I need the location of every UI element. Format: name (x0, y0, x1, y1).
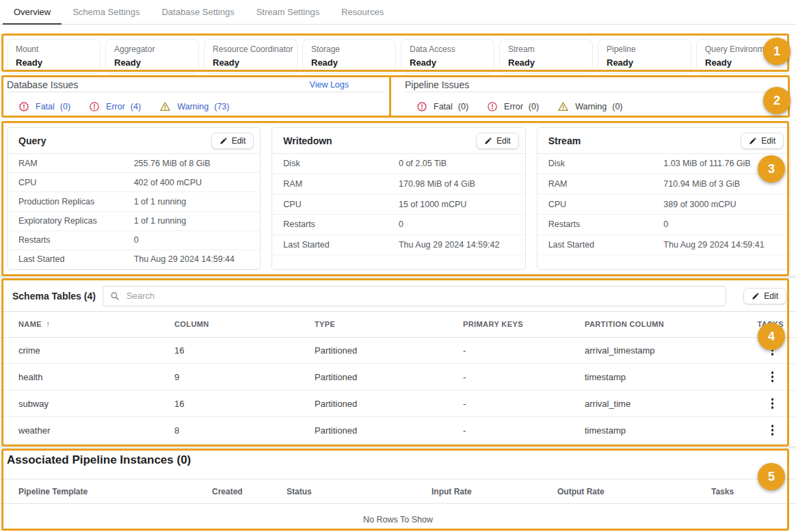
writedown-card: Writedown Edit Disk 0 of 2.05 TiB RAM 17… (271, 127, 525, 270)
cell-column: 16 (174, 345, 315, 356)
section-divider (0, 446, 796, 449)
column-header-tasks: TASKS (753, 320, 796, 328)
fatal-icon (416, 101, 427, 112)
column-header-pipeline-template[interactable]: Pipeline Template (0, 487, 212, 496)
metric-row: Disk 1.03 MiB of 111.76 GiB (538, 154, 790, 174)
status-value: Ready (410, 57, 494, 68)
section-divider (0, 276, 796, 278)
column-header-input-rate[interactable]: Input Rate (432, 487, 557, 496)
tab-resources[interactable]: Resources (330, 0, 395, 24)
status-chip-stream: Stream Ready (499, 39, 593, 74)
warning-icon (159, 101, 171, 112)
database-warning-issues[interactable]: Warning (73) (159, 101, 229, 112)
column-header-status[interactable]: Status (287, 487, 432, 496)
tab-schema-settings[interactable]: Schema Settings (62, 0, 150, 24)
status-chip-storage: Storage Ready (302, 39, 396, 74)
schema-search-input[interactable] (125, 290, 719, 302)
cell-primary-keys: - (463, 399, 585, 409)
status-chip-data-access: Data Access Ready (401, 39, 494, 74)
metric-row: CPU 389 of 3000 mCPU (538, 194, 790, 215)
writedown-card-title: Writedown (283, 135, 332, 146)
cell-name: crime (0, 345, 174, 356)
metric-row: Last Started Thu Aug 29 2024 14:59:42 (272, 235, 525, 256)
error-icon (487, 101, 498, 112)
database-error-issues[interactable]: Error (4) (89, 101, 141, 112)
status-value: Ready (607, 57, 691, 68)
column-header-column[interactable]: COLUMN (174, 320, 315, 328)
metric-row: Restarts 0 (8, 231, 260, 250)
cell-primary-keys: - (463, 372, 585, 382)
pencil-icon (484, 137, 492, 145)
metric-row: CPU 402 of 400 mCPU (8, 173, 260, 192)
column-header-primary-keys[interactable]: PRIMARY KEYS (463, 320, 585, 328)
schema-search-box (103, 286, 726, 306)
row-tasks-kebab-icon[interactable] (768, 343, 778, 358)
error-count: (4) (131, 102, 141, 111)
column-header-type[interactable]: TYPE (315, 320, 463, 328)
status-chip-mount: Mount Ready (7, 39, 101, 74)
metric-row: Restarts 0 (272, 215, 525, 235)
database-issues-title: Database Issues (7, 79, 78, 90)
pipeline-fatal-issues: Fatal (0) (416, 101, 468, 112)
metric-row: Production Replicas 1 of 1 running (8, 192, 260, 211)
metric-row: Last Started Thu Aug 29 2024 14:59:44 (8, 250, 260, 269)
column-header-partition-column[interactable]: PARTITION COLUMN (585, 320, 753, 328)
cell-type: Partitioned (315, 399, 463, 409)
cell-partition-column: timestamp (585, 372, 753, 382)
database-issues-panel: Database Issues View Logs Fatal (0) E (7, 77, 384, 112)
writedown-edit-button[interactable]: Edit (476, 133, 519, 149)
fatal-count: (0) (60, 102, 70, 111)
pipeline-instances-section: Associated Pipeline Instances (0) Pipeli… (0, 449, 796, 531)
status-value: Ready (311, 57, 395, 68)
stream-edit-button[interactable]: Edit (741, 133, 784, 149)
database-fatal-issues[interactable]: Fatal (0) (18, 101, 70, 112)
status-chip-pipeline: Pipeline Ready (598, 39, 691, 74)
row-tasks-kebab-icon[interactable] (768, 396, 778, 411)
table-row-crime: crime 16 Partitioned - arrival_timestamp (0, 337, 796, 364)
column-header-output-rate[interactable]: Output Rate (557, 487, 711, 496)
overview-page: Overview Schema Settings Database Settin… (0, 0, 796, 532)
tab-stream-settings[interactable]: Stream Settings (246, 0, 331, 24)
status-chip-aggregator: Aggregator Ready (105, 39, 199, 74)
pipeline-instances-header: Pipeline Template Created Status Input R… (0, 479, 796, 504)
view-logs-link[interactable]: View Logs (310, 80, 349, 90)
cell-partition-column: arrival_timestamp (585, 345, 753, 356)
warning-count: (0) (612, 102, 622, 111)
schema-tables-section: Schema Tables (4) Edit NAME ↑ COLUMN TYP… (0, 279, 796, 446)
cell-type: Partitioned (315, 372, 463, 382)
sort-ascending-icon: ↑ (46, 319, 50, 329)
cell-column: 16 (174, 399, 315, 409)
status-value: Ready (213, 57, 297, 68)
warning-icon (557, 101, 569, 112)
row-tasks-kebab-icon[interactable] (768, 423, 778, 438)
pipeline-warning-issues: Warning (0) (557, 101, 622, 112)
metric-row: Disk 0 of 2.05 TiB (272, 154, 525, 174)
table-row-health: health 9 Partitioned - timestamp (0, 364, 796, 390)
pipeline-error-issues: Error (0) (487, 101, 539, 112)
tab-overview[interactable]: Overview (3, 0, 62, 24)
cell-column: 9 (174, 372, 315, 382)
metric-row: RAM 710.94 MiB of 3 GiB (538, 174, 790, 195)
schema-tables-title: Schema Tables (4) (12, 291, 96, 302)
fatal-icon (18, 101, 29, 112)
schema-edit-button[interactable]: Edit (743, 288, 786, 304)
cell-name: health (0, 372, 174, 382)
cell-partition-column: arrival_time (585, 399, 753, 409)
column-header-name[interactable]: NAME ↑ (0, 319, 174, 329)
query-edit-button[interactable]: Edit (211, 133, 254, 149)
column-header-tasks: Tasks (711, 487, 796, 496)
row-tasks-kebab-icon[interactable] (768, 369, 778, 384)
fatal-count: (0) (458, 102, 468, 111)
pencil-icon (220, 137, 228, 145)
cell-primary-keys: - (463, 425, 585, 436)
column-header-created[interactable]: Created (212, 487, 287, 496)
table-row-subway: subway 16 Partitioned - arrival_time (0, 390, 796, 417)
pipeline-issues-panel: Pipeline Issues Fatal (0) Error (0) (405, 77, 786, 112)
stream-card: Stream Edit Disk 1.03 MiB of 111.76 GiB … (537, 127, 791, 270)
metric-row: Last Started Thu Aug 29 2024 14:59:41 (538, 235, 790, 256)
tab-bar: Overview Schema Settings Database Settin… (0, 0, 796, 25)
pencil-icon (749, 137, 757, 145)
cell-partition-column: timestamp (585, 425, 753, 436)
tab-database-settings[interactable]: Database Settings (150, 0, 245, 24)
error-count: (0) (529, 102, 539, 111)
